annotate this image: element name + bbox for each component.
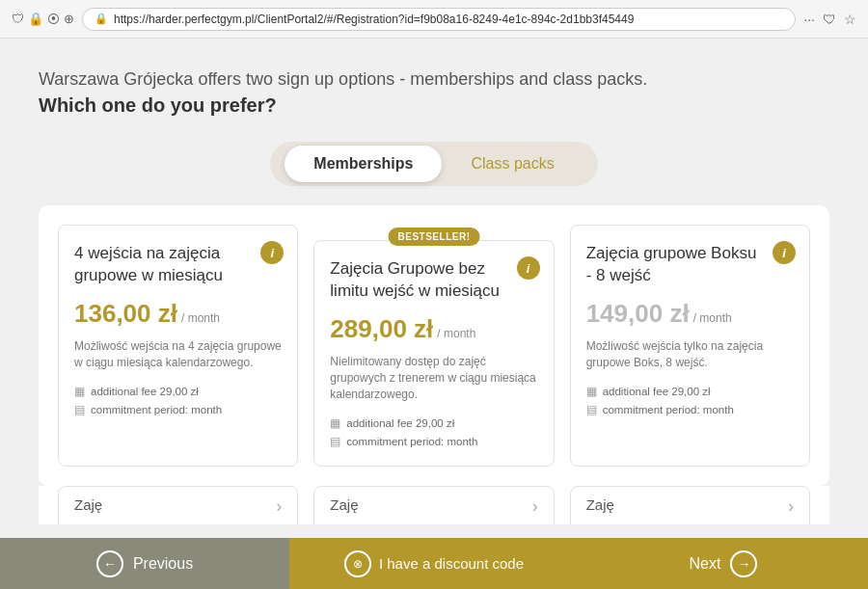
- fee-icon-1: ▦: [74, 385, 85, 398]
- next-arrow-icon: →: [730, 550, 757, 577]
- card-3-meta: ▦ additional fee 29,00 zł ▤ commitment p…: [586, 385, 794, 416]
- card-bottom-3[interactable]: Zaję ›: [570, 486, 810, 524]
- card-1-commitment: ▤ commitment period: month: [74, 403, 282, 416]
- cards-bottom-area: Zaję › Zaję › Zaję ›: [39, 486, 829, 524]
- card-2-price-row: 289,00 zł / month: [330, 314, 537, 344]
- card-1-description: Możliwość wejścia na 4 zajęcia grupowe w…: [74, 338, 282, 371]
- card-1-meta: ▦ additional fee 29,00 zł ▤ commitment p…: [74, 385, 282, 416]
- fee-icon-3: ▦: [586, 385, 597, 398]
- commitment-icon-1: ▤: [74, 403, 85, 416]
- shield-icon: 🛡: [12, 12, 24, 26]
- card-1-title: 4 wejścia na zajęcia grupowe w miesiącu: [74, 243, 282, 287]
- membership-card-1[interactable]: 4 wejścia na zajęcia grupowe w miesiącu …: [58, 225, 298, 466]
- browser-security-icons: 🛡 🔒 ⦿ ⊕: [12, 12, 74, 26]
- card-2-fee-text: additional fee 29,00 zł: [346, 417, 454, 429]
- card-1-commitment-text: commitment period: month: [91, 404, 222, 415]
- discount-label: I have a discount code: [379, 555, 524, 572]
- browser-actions: ··· 🛡 ☆: [803, 12, 856, 27]
- card-3-price-row: 149,00 zł / month: [586, 299, 794, 329]
- tabs-container: Memberships Class packs: [270, 142, 598, 186]
- commitment-icon-3: ▤: [586, 403, 597, 416]
- card-2-title: Zajęcia Grupowe bez limitu wejść w miesi…: [330, 258, 537, 303]
- tab-class-packs[interactable]: Class packs: [442, 146, 583, 182]
- cards-area: 4 wejścia na zajęcia grupowe w miesiącu …: [39, 205, 829, 485]
- card-2-description: Nielimitowany dostęp do zajęć grupowych …: [330, 354, 537, 402]
- cards-grid: 4 wejścia na zajęcia grupowe w miesiącu …: [58, 225, 810, 466]
- card-bottom-3-text: Zaję: [586, 496, 614, 513]
- bookmark-icon[interactable]: 🛡: [823, 12, 836, 27]
- card-2-info-button[interactable]: i: [517, 256, 540, 280]
- secure-icon: ⊕: [64, 12, 74, 26]
- card-1-price-row: 136,00 zł / month: [74, 299, 282, 329]
- card-bottom-1[interactable]: Zaję ›: [58, 486, 298, 524]
- card-3-description: Możliwość wejścia tylko na zajęcia grupo…: [586, 338, 794, 371]
- card-2-price: 289,00 zł: [330, 314, 433, 344]
- previous-label: Previous: [133, 555, 193, 573]
- discount-icon: ⊗: [344, 550, 371, 577]
- star-icon[interactable]: ☆: [844, 12, 856, 27]
- card-1-fee-text: additional fee 29,00 zł: [91, 386, 199, 397]
- card-bottom-1-text: Zaję: [74, 496, 102, 513]
- card-3-title: Zajęcia grupowe Boksu - 8 wejść: [586, 243, 794, 287]
- discount-button[interactable]: ⊗ I have a discount code: [289, 538, 579, 589]
- headline: Warszawa Grójecka offers two sign up opt…: [39, 67, 829, 119]
- main-content: Warszawa Grójecka offers two sign up opt…: [0, 39, 868, 524]
- tab-memberships[interactable]: Memberships: [285, 146, 442, 182]
- footer-buttons: ← Previous ⊗ I have a discount code Next…: [0, 538, 868, 589]
- fee-icon-2: ▦: [330, 416, 340, 430]
- previous-button[interactable]: ← Previous: [0, 538, 289, 589]
- commitment-icon-2: ▤: [330, 435, 340, 448]
- tracking-icon: ⦿: [47, 12, 60, 26]
- headline-line2: Which one do you prefer?: [39, 94, 277, 116]
- card-3-commitment: ▤ commitment period: month: [586, 403, 794, 416]
- card-3-price-unit: / month: [693, 311, 732, 325]
- next-label: Next: [690, 555, 721, 573]
- card-1-fee: ▦ additional fee 29,00 zł: [74, 385, 282, 398]
- headline-line1: Warszawa Grójecka offers two sign up opt…: [39, 69, 647, 89]
- previous-arrow-icon: ←: [96, 550, 123, 577]
- browser-bar: 🛡 🔒 ⦿ ⊕ 🔒 https://harder.perfectgym.pl/C…: [0, 0, 868, 39]
- url-text: https://harder.perfectgym.pl/ClientPorta…: [114, 13, 634, 26]
- card-1-price: 136,00 zł: [74, 299, 177, 329]
- card-3-price: 149,00 zł: [586, 299, 690, 329]
- card-3-fee-text: additional fee 29,00 zł: [603, 386, 711, 397]
- membership-card-3[interactable]: Zajęcia grupowe Boksu - 8 wejść i 149,00…: [570, 225, 810, 466]
- card-bottom-2-text: Zaję: [330, 496, 358, 513]
- card-2-commitment: ▤ commitment period: month: [330, 435, 537, 448]
- card-1-price-unit: / month: [181, 311, 220, 325]
- address-lock-icon: 🔒: [95, 13, 108, 25]
- bestseller-badge: BESTSELLER!: [389, 228, 480, 246]
- membership-card-2[interactable]: BESTSELLER! Zajęcia Grupowe bez limitu w…: [313, 240, 554, 466]
- card-bottom-2[interactable]: Zaję ›: [313, 486, 554, 524]
- card-2-commitment-text: commitment period: month: [346, 436, 477, 447]
- next-button[interactable]: Next →: [579, 538, 868, 589]
- card-2-price-unit: / month: [437, 327, 475, 340]
- card-2-fee: ▦ additional fee 29,00 zł: [330, 416, 537, 430]
- more-options-icon[interactable]: ···: [803, 12, 815, 27]
- card-3-fee: ▦ additional fee 29,00 zł: [586, 385, 794, 398]
- lock-icon: 🔒: [28, 12, 43, 26]
- address-bar[interactable]: 🔒 https://harder.perfectgym.pl/ClientPor…: [82, 8, 796, 31]
- card-3-commitment-text: commitment period: month: [603, 404, 734, 415]
- card-2-meta: ▦ additional fee 29,00 zł ▤ commitment p…: [330, 416, 537, 448]
- cards-bottom-grid: Zaję › Zaję › Zaję ›: [58, 486, 810, 524]
